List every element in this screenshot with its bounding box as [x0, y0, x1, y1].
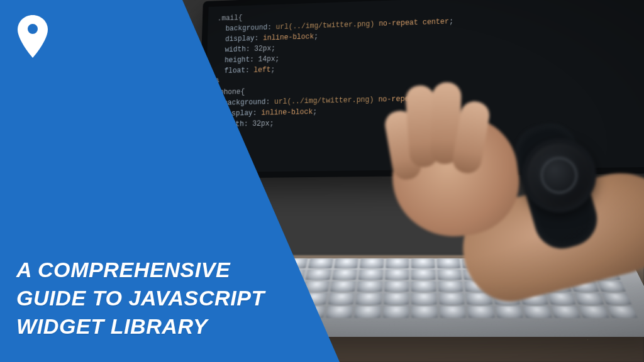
banner-title: A COMPREHENSIVE GUIDE TO JAVASCRIPT WIDG… — [16, 256, 293, 341]
svg-point-2 — [30, 26, 36, 32]
map-pin-icon — [15, 14, 50, 59]
hand-typing — [361, 98, 625, 324]
hero-banner: .mail{ background: url(../img/twitter.pn… — [0, 0, 644, 362]
